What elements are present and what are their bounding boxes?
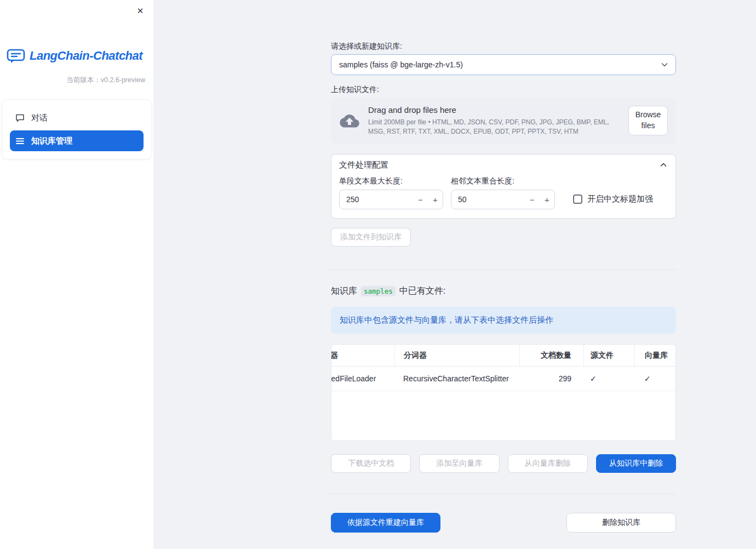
- sidebar: ✕ LangChain-Chatchat 当前版本：v0.2.6-preview: [0, 0, 153, 549]
- sidebar-menu: 对话 知识库管理: [2, 99, 152, 159]
- file-uploader-dropzone[interactable]: Drag and drop files here Limit 200MB per…: [331, 98, 676, 144]
- divider: [331, 494, 676, 494]
- max-length-value[interactable]: [340, 195, 413, 204]
- logo-chat-icon: [7, 48, 25, 64]
- minus-icon[interactable]: −: [525, 195, 540, 204]
- table-empty-area: [331, 391, 675, 441]
- file-action-buttons: 下载选中文档 添加至向量库 从向量库删除 从知识库中删除: [331, 454, 676, 473]
- sidebar-item-dialogue[interactable]: 对话: [10, 107, 144, 128]
- uploader-drag-text: Drag and drop files here: [368, 105, 620, 115]
- chevron-up-icon: [659, 161, 668, 169]
- rebuild-vector-store-button[interactable]: 依据源文件重建向量库: [331, 513, 440, 533]
- max-length-input[interactable]: − +: [339, 190, 443, 209]
- download-selected-button[interactable]: 下载选中文档: [331, 454, 411, 473]
- kb-select-label: 请选择或新建知识库:: [331, 42, 676, 52]
- overlap-label: 相邻文本重合长度:: [451, 176, 555, 186]
- delete-kb-button[interactable]: 删除知识库: [566, 513, 676, 533]
- kb-files-table: 文档加载器 分词器 文档数量 源文件 向量库 UnstructuredFileL…: [331, 344, 676, 441]
- sidebar-item-label: 知识库管理: [31, 136, 72, 146]
- col-header-loader[interactable]: 文档加载器: [331, 345, 394, 366]
- kb-selectbox-value: samples (faiss @ bge-large-zh-v1.5): [339, 60, 660, 69]
- table-row[interactable]: UnstructuredFileLoader RecursiveCharacte…: [331, 367, 675, 391]
- plus-icon[interactable]: +: [428, 195, 443, 204]
- uploader-limit-text: Limit 200MB per file • HTML, MD, JSON, C…: [368, 118, 620, 135]
- upload-cloud-icon: [340, 113, 359, 128]
- app-logo: LangChain-Chatchat: [0, 0, 153, 64]
- config-expander-header[interactable]: 文件处理配置: [331, 155, 675, 175]
- col-header-splitter[interactable]: 分词器: [394, 345, 519, 366]
- kb-level-buttons: 依据源文件重建向量库 删除知识库: [331, 513, 676, 533]
- cell-loader: UnstructuredFileLoader: [331, 367, 394, 391]
- max-length-label: 单段文本最大长度:: [339, 176, 443, 186]
- cell-vector-store-check: ✓: [634, 367, 675, 391]
- version-caption: 当前版本：v0.2.6-preview: [0, 76, 145, 85]
- list-icon: [15, 136, 25, 146]
- config-expander: 文件处理配置 单段文本最大长度: − +: [331, 154, 676, 219]
- kb-selectbox[interactable]: samples (faiss @ bge-large-zh-v1.5): [331, 54, 676, 75]
- upload-label: 上传知识文件:: [331, 85, 676, 95]
- config-expander-body: 单段文本最大长度: − + 相邻文本重合长度: − +: [331, 175, 675, 218]
- cell-doc-count: 299: [519, 367, 583, 391]
- kb-name-code: samples: [361, 286, 396, 296]
- sidebar-item-label: 对话: [31, 113, 48, 123]
- kb-files-line: 知识库 samples 中已有文件:: [331, 285, 676, 297]
- config-expander-title: 文件处理配置: [339, 160, 388, 170]
- cell-splitter: RecursiveCharacterTextSplitter: [394, 367, 519, 391]
- max-length-field-group: 单段文本最大长度: − +: [339, 176, 443, 209]
- sidebar-close-icon[interactable]: ✕: [134, 4, 147, 18]
- chevron-down-icon: [660, 60, 669, 69]
- main-area: 请选择或新建知识库: samples (faiss @ bge-large-zh…: [153, 0, 756, 549]
- delete-from-kb-button[interactable]: 从知识库中删除: [596, 454, 676, 473]
- uploader-text-block: Drag and drop files here Limit 200MB per…: [368, 105, 620, 135]
- kb-files-prefix: 知识库: [331, 285, 357, 297]
- chat-bubble-icon: [15, 113, 25, 123]
- cell-source-file-check: ✓: [583, 367, 634, 391]
- chinese-title-checkbox-label: 开启中文标题加强: [587, 194, 653, 204]
- kb-files-suffix: 中已有文件:: [399, 285, 445, 297]
- logo-text: LangChain-Chatchat: [30, 49, 142, 63]
- overlap-field-group: 相邻文本重合长度: − +: [451, 176, 555, 209]
- plus-icon[interactable]: +: [540, 195, 554, 204]
- chinese-title-checkbox[interactable]: [573, 195, 582, 204]
- chinese-title-check-group: 开启中文标题加强: [573, 194, 653, 204]
- add-files-button[interactable]: 添加文件到知识库: [331, 228, 411, 247]
- col-header-vector-store[interactable]: 向量库: [634, 345, 675, 366]
- delete-from-vector-store-button[interactable]: 从向量库删除: [508, 454, 588, 473]
- sidebar-item-kb-management[interactable]: 知识库管理: [10, 130, 144, 151]
- minus-icon[interactable]: −: [413, 195, 428, 204]
- col-header-source-file[interactable]: 源文件: [583, 345, 634, 366]
- info-banner: 知识库中包含源文件与向量库，请从下表中选择文件后操作: [331, 307, 676, 334]
- app-window: ✕ LangChain-Chatchat 当前版本：v0.2.6-preview: [0, 0, 756, 549]
- col-header-doc-count[interactable]: 文档数量: [519, 345, 583, 366]
- table-header-row: 文档加载器 分词器 文档数量 源文件 向量库: [331, 345, 675, 367]
- overlap-input[interactable]: − +: [451, 190, 555, 209]
- divider: [331, 270, 676, 270]
- browse-files-button[interactable]: Browse files: [628, 106, 668, 135]
- add-to-vector-store-button[interactable]: 添加至向量库: [419, 454, 499, 473]
- overlap-value[interactable]: [451, 195, 525, 204]
